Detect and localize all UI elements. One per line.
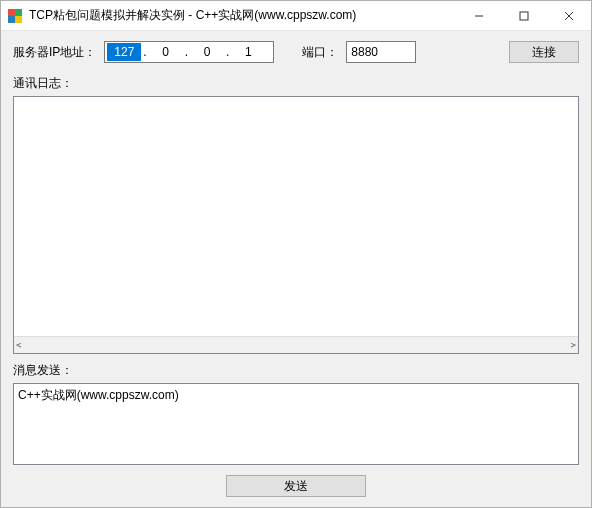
minimize-button[interactable] — [456, 1, 501, 31]
ip-dot: . — [141, 45, 148, 59]
maximize-button[interactable] — [501, 1, 546, 31]
scroll-right-icon[interactable]: > — [571, 340, 576, 350]
port-input[interactable] — [347, 42, 415, 62]
ip-input[interactable]: . . . — [104, 41, 274, 63]
close-button[interactable] — [546, 1, 591, 31]
log-textarea[interactable]: < > — [13, 96, 579, 354]
svg-rect-3 — [15, 16, 22, 23]
svg-rect-0 — [8, 9, 15, 16]
svg-rect-5 — [520, 12, 528, 20]
send-button[interactable]: 发送 — [226, 475, 366, 497]
window-controls — [456, 1, 591, 31]
ip-octet-1[interactable] — [107, 43, 141, 61]
svg-rect-1 — [15, 9, 22, 16]
ip-octet-3[interactable] — [190, 43, 224, 61]
ip-dot: . — [224, 45, 231, 59]
port-input-wrap — [346, 41, 416, 63]
connection-row: 服务器IP地址： . . . 端口： 连接 — [13, 41, 579, 63]
window-title: TCP粘包问题模拟并解决实例 - C++实战网(www.cppszw.com) — [29, 7, 456, 24]
main-window: TCP粘包问题模拟并解决实例 - C++实战网(www.cppszw.com) … — [0, 0, 592, 508]
send-row: 发送 — [13, 475, 579, 497]
message-textarea[interactable] — [14, 384, 578, 464]
log-content — [14, 97, 578, 336]
message-box — [13, 383, 579, 465]
message-label: 消息发送： — [13, 362, 579, 379]
svg-rect-2 — [8, 16, 15, 23]
connect-button[interactable]: 连接 — [509, 41, 579, 63]
app-icon — [7, 8, 23, 24]
ip-octet-2[interactable] — [149, 43, 183, 61]
ip-label: 服务器IP地址： — [13, 44, 96, 61]
port-label: 端口： — [302, 44, 338, 61]
title-bar: TCP粘包问题模拟并解决实例 - C++实战网(www.cppszw.com) — [1, 1, 591, 31]
client-area: 服务器IP地址： . . . 端口： 连接 通讯日志： < > — [1, 31, 591, 507]
scroll-left-icon[interactable]: < — [16, 340, 21, 350]
horizontal-scrollbar[interactable]: < > — [14, 336, 578, 353]
log-label: 通讯日志： — [13, 75, 579, 92]
ip-octet-4[interactable] — [231, 43, 265, 61]
ip-dot: . — [183, 45, 190, 59]
